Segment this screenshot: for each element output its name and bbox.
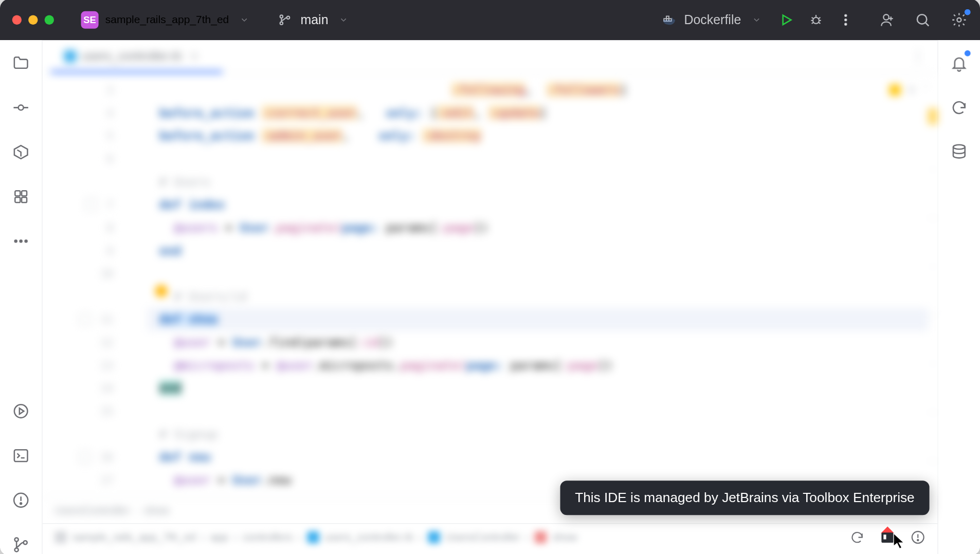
fold-icon[interactable] bbox=[79, 313, 91, 325]
close-tab-icon[interactable]: ✕ bbox=[190, 50, 198, 63]
commit-tool-icon[interactable] bbox=[10, 97, 32, 118]
run-config-selector[interactable]: Dockerfile bbox=[660, 10, 765, 28]
svg-point-17 bbox=[957, 17, 961, 22]
editor-area: users_controller.rb ✕ ⋮ 3 4 5 6 7 8 bbox=[43, 40, 938, 554]
svg-point-27 bbox=[25, 239, 27, 242]
error-stripe[interactable] bbox=[928, 73, 937, 496]
services-tool-icon[interactable] bbox=[10, 186, 32, 207]
code-with-me-icon[interactable] bbox=[877, 10, 895, 28]
settings-badge-dot bbox=[965, 9, 971, 15]
branch-name: main bbox=[300, 12, 328, 27]
svg-marker-29 bbox=[20, 408, 24, 414]
svg-marker-7 bbox=[783, 14, 791, 24]
nav-item[interactable]: sample_rails_app_7th_ed bbox=[72, 531, 196, 543]
nav-item[interactable]: controllers bbox=[243, 531, 293, 543]
svg-point-1 bbox=[280, 21, 283, 24]
svg-point-40 bbox=[917, 539, 918, 540]
svg-point-35 bbox=[15, 538, 19, 541]
notification-badge-dot bbox=[965, 50, 971, 56]
database-tool-icon[interactable] bbox=[948, 141, 970, 162]
svg-point-8 bbox=[813, 17, 819, 23]
svg-point-37 bbox=[24, 541, 27, 544]
method-icon bbox=[535, 531, 547, 543]
svg-point-18 bbox=[19, 105, 24, 110]
svg-point-34 bbox=[20, 503, 22, 504]
run-button[interactable] bbox=[777, 10, 795, 28]
left-tool-rail bbox=[0, 40, 43, 554]
project-name: sample_rails_app_7th_ed bbox=[105, 13, 229, 26]
terminal-tool-icon[interactable] bbox=[10, 445, 32, 466]
svg-point-26 bbox=[20, 239, 22, 242]
status-bar-widgets bbox=[850, 530, 925, 545]
more-tools-icon[interactable] bbox=[10, 230, 32, 252]
svg-line-16 bbox=[925, 22, 929, 25]
code-area[interactable]: 9 ˆ ˇ :following, :followers] before_act… bbox=[147, 73, 937, 496]
chevron-down-icon bbox=[235, 10, 253, 28]
notifications-icon[interactable] bbox=[948, 52, 970, 73]
folder-icon bbox=[55, 531, 67, 543]
svg-rect-22 bbox=[22, 191, 27, 196]
project-selector[interactable]: SE sample_rails_app_7th_ed bbox=[81, 10, 253, 28]
active-tab-indicator bbox=[50, 70, 223, 73]
svg-point-2 bbox=[287, 15, 289, 18]
intention-bulb-icon[interactable] bbox=[155, 285, 168, 297]
fold-icon[interactable] bbox=[79, 451, 91, 463]
nav-item[interactable]: show bbox=[552, 531, 577, 543]
editor-tab[interactable]: users_controller.rb ✕ bbox=[55, 43, 208, 69]
git-branch-selector[interactable]: main bbox=[276, 10, 353, 28]
window-controls bbox=[12, 14, 54, 24]
more-actions-button[interactable] bbox=[837, 10, 855, 28]
project-tool-icon[interactable] bbox=[10, 52, 32, 73]
ai-assistant-icon[interactable] bbox=[948, 97, 970, 118]
svg-point-9 bbox=[845, 14, 847, 16]
svg-point-25 bbox=[14, 239, 17, 242]
nav-item[interactable]: UsersController bbox=[445, 531, 520, 543]
editor-tabs: users_controller.rb ✕ ⋮ bbox=[43, 40, 938, 73]
mouse-cursor bbox=[893, 532, 905, 550]
svg-point-11 bbox=[845, 23, 847, 25]
run-config-name: Dockerfile bbox=[684, 12, 741, 27]
warning-icon bbox=[890, 84, 900, 95]
svg-rect-6 bbox=[666, 15, 668, 18]
svg-point-15 bbox=[917, 14, 927, 23]
vcs-tool-icon[interactable] bbox=[10, 533, 32, 554]
svg-rect-30 bbox=[14, 450, 28, 461]
svg-rect-21 bbox=[15, 191, 20, 196]
sync-status-icon[interactable] bbox=[850, 530, 865, 545]
fold-icon[interactable] bbox=[85, 198, 98, 211]
nav-item[interactable]: users_controller.rb bbox=[324, 531, 413, 543]
svg-rect-23 bbox=[15, 197, 20, 202]
problems-tool-icon[interactable] bbox=[10, 489, 32, 511]
zoom-window-button[interactable] bbox=[45, 14, 54, 24]
svg-marker-41 bbox=[894, 533, 904, 548]
breadcrumb-item[interactable]: UsersController bbox=[55, 504, 130, 516]
titlebar: SE sample_rails_app_7th_ed main bbox=[0, 0, 980, 40]
editor[interactable]: 3 4 5 6 7 8 9 10 11 12 13 14 1 bbox=[43, 73, 938, 496]
run-tool-icon[interactable] bbox=[10, 400, 32, 422]
ruby-file-icon bbox=[307, 531, 319, 543]
close-window-button[interactable] bbox=[12, 14, 22, 24]
nav-item[interactable]: app bbox=[210, 531, 228, 543]
svg-point-36 bbox=[15, 548, 19, 551]
search-icon[interactable] bbox=[914, 10, 931, 28]
tab-overflow-icon[interactable]: ⋮ bbox=[911, 47, 925, 65]
problems-status-icon[interactable] bbox=[911, 530, 925, 545]
tooltip: This IDE is managed by JetBrains via Too… bbox=[560, 481, 929, 515]
settings-icon[interactable] bbox=[950, 10, 968, 28]
svg-rect-24 bbox=[22, 197, 27, 202]
breadcrumb-item[interactable]: show bbox=[144, 504, 169, 516]
chevron-down-icon bbox=[748, 10, 765, 28]
branch-icon bbox=[276, 10, 294, 28]
debug-button[interactable] bbox=[807, 10, 825, 28]
minimize-window-button[interactable] bbox=[28, 14, 38, 24]
inspections-widget[interactable]: 9 ˆ ˇ bbox=[890, 78, 931, 101]
svg-point-0 bbox=[280, 14, 283, 17]
docker-icon bbox=[660, 10, 677, 28]
tab-filename: users_controller.rb bbox=[82, 49, 182, 63]
svg-point-12 bbox=[883, 14, 889, 20]
ruby-file-icon bbox=[64, 50, 77, 62]
inspection-count: 9 bbox=[909, 78, 915, 101]
navigation-bar: sample_rails_app_7th_ed› app› controller… bbox=[43, 523, 938, 550]
class-icon bbox=[428, 531, 440, 543]
structure-tool-icon[interactable] bbox=[10, 141, 32, 162]
